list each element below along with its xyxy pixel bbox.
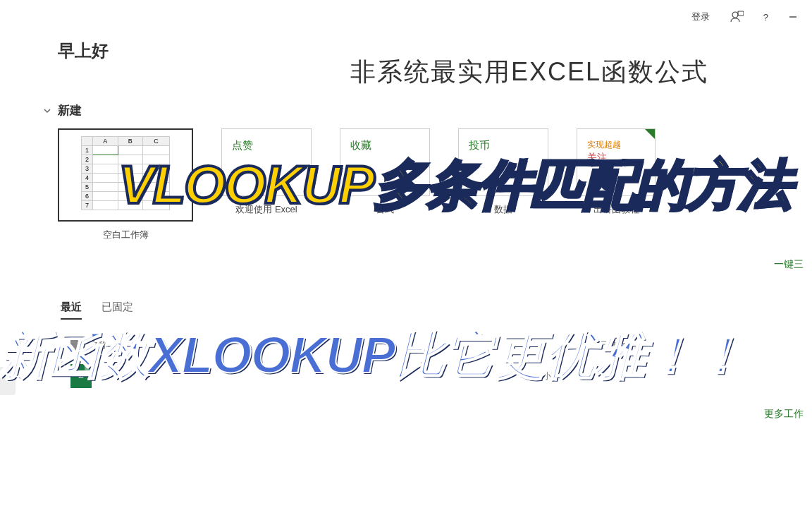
mini-spreadsheet-icon: ABC 1 2 3 4 5 6 7	[81, 136, 170, 214]
card-text: 投币	[469, 139, 490, 152]
card-text: 实现超越	[587, 139, 621, 151]
card-text: 收藏	[350, 139, 371, 152]
file-icon	[70, 340, 80, 351]
minimize-button[interactable]	[780, 8, 806, 26]
template-formula[interactable]: 收藏 公式	[340, 128, 430, 216]
template-preview-blank: ABC 1 2 3 4 5 6 7	[58, 128, 193, 222]
corner-badge-icon	[645, 129, 655, 139]
svg-rect-1	[738, 11, 744, 16]
file-row[interactable]: xl 小时	[70, 364, 812, 388]
file-tabs: 最近 已固定	[61, 301, 812, 320]
account-icon[interactable]	[721, 6, 752, 28]
template-label: 公式	[376, 203, 394, 216]
tab-recent[interactable]: 最近	[61, 301, 82, 320]
template-pie[interactable]: 实现超越 关注 出饼图教程	[577, 128, 656, 216]
card-text-2: 关注	[587, 152, 607, 164]
template-label: 欢迎使用 Excel	[235, 203, 297, 216]
template-label: 数据	[494, 203, 512, 216]
template-data[interactable]: 投币 数据	[458, 128, 548, 216]
template-welcome[interactable]: 点赞 欢迎使用 Excel	[221, 128, 312, 216]
col-date-header[interactable]: 已修改日期	[601, 339, 643, 351]
template-preview: 收藏	[340, 128, 430, 196]
card-text: 点赞	[232, 139, 253, 152]
main-content: 早上好 非系统最实用EXCEL函数公式 新建 ABC 1 2 3 4 5 6	[28, 34, 812, 421]
file-date: 小时	[543, 370, 560, 382]
page-title: 非系统最实用EXCEL函数公式	[247, 55, 812, 90]
chevron-down-icon	[42, 106, 52, 116]
xlsx-file-icon: xl	[70, 364, 92, 388]
help-button[interactable]: ?	[755, 8, 777, 27]
more-templates-link[interactable]: 一键三	[28, 258, 804, 271]
file-list-header: 名称 已修改日期	[70, 339, 812, 351]
tab-pinned[interactable]: 已固定	[102, 301, 133, 320]
svg-point-0	[732, 12, 738, 18]
template-preview: 投币	[458, 128, 548, 196]
titlebar: 登录 ?	[0, 0, 812, 34]
left-nav-strip[interactable]	[0, 367, 16, 395]
template-label: 出饼图教程	[593, 203, 639, 216]
template-label: 空白工作簿	[103, 229, 149, 241]
col-name-label: 名称	[90, 339, 107, 351]
templates-row: ABC 1 2 3 4 5 6 7 空白工作簿 点赞 欢迎使用 Excel	[58, 128, 812, 241]
col-name-header[interactable]: 名称	[70, 339, 107, 351]
more-workbooks-link[interactable]: 更多工作	[28, 408, 804, 421]
new-section-title: 新建	[58, 102, 82, 119]
template-preview: 点赞	[221, 128, 312, 196]
template-preview: 实现超越 关注	[577, 128, 656, 196]
new-section-header[interactable]: 新建	[42, 102, 812, 119]
login-button[interactable]: 登录	[683, 6, 718, 28]
template-blank[interactable]: ABC 1 2 3 4 5 6 7 空白工作簿	[58, 128, 193, 241]
